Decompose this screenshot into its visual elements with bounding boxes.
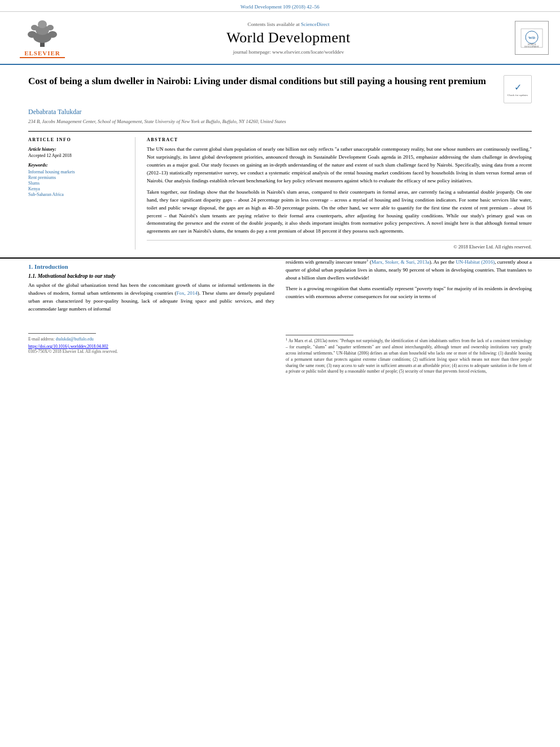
article-info-title: ARTICLE INFO (28, 137, 128, 142)
abstract-col: ABSTRACT The UN notes that the current g… (147, 137, 532, 250)
svg-text:DEVELOPMENT: DEVELOPMENT (524, 46, 540, 48)
footnote1-block: 1 As Marx et al. (2013a) notes: "Perhaps… (286, 338, 532, 375)
unhabitat-link[interactable]: UN-Habitat (2016) (456, 259, 495, 265)
left-paragraphs: An upshot of the global urbanization tre… (28, 282, 274, 313)
svg-point-5 (48, 31, 57, 38)
contents-line: Contents lists available at ScienceDirec… (73, 21, 504, 27)
journal-title: World Development (73, 29, 504, 46)
body-paragraph-right: There is a growing recognition that slum… (286, 285, 532, 301)
copyright-line: © 2018 Elsevier Ltd. All rights reserved… (147, 240, 532, 250)
email-line: E-mail address: dtalukda@buffalo.edu (28, 337, 274, 342)
keyword-item: Informal housing markets (28, 169, 128, 174)
marx-2013-link[interactable]: Marx, Stoker, & Suri, 2013a (371, 259, 430, 265)
article-info: ARTICLE INFO Article history: Accepted 1… (28, 137, 135, 250)
journal-logo-right: WD WORLD DEVELOPMENT (504, 21, 549, 55)
journal-homepage: journal homepage: www.elsevier.com/locat… (73, 49, 504, 55)
journal-header: ELSEVIER Contents lists available at Sci… (0, 12, 560, 65)
svg-point-4 (28, 31, 37, 38)
keyword-item: Rent premiums (28, 175, 128, 180)
journal-center: Contents lists available at ScienceDirec… (73, 21, 504, 55)
abstract-paragraph: Taken together, our findings show that t… (147, 189, 532, 236)
top-bar: World Development 109 (2018) 42–56 (0, 0, 560, 12)
article-history-value: Accepted 12 April 2018 (28, 153, 128, 158)
abstract-paragraphs: The UN notes that the current global slu… (147, 146, 532, 235)
svg-point-3 (38, 20, 47, 28)
elsevier-logo: ELSEVIER (11, 18, 73, 58)
svg-point-6 (31, 25, 38, 30)
wd-badge-icon: WD WORLD DEVELOPMENT (520, 28, 543, 48)
doi-link[interactable]: https://doi.org/10.1016/j.worlddev.2018.… (28, 344, 108, 349)
svg-text:WD: WD (528, 36, 535, 40)
body-two-col: 1. Introduction 1.1. Motivational backdr… (0, 259, 560, 375)
right-paragraphs: residents with generally insecure tenure… (286, 259, 532, 301)
journal-reference: World Development 109 (2018) 42–56 (240, 4, 320, 10)
elsevier-divider (20, 57, 65, 58)
abstract-title: ABSTRACT (147, 137, 532, 142)
body-left: 1. Introduction 1.1. Motivational backdr… (28, 259, 274, 375)
keyword-item: Sub-Saharan Africa (28, 192, 128, 197)
article-title: Cost of being a slum dweller in Nairobi:… (28, 75, 495, 88)
article-history-label: Article history: (28, 147, 128, 152)
fox-2014-link[interactable]: Fox, 2014 (177, 290, 198, 296)
email-link[interactable]: dtalukda@buffalo.edu (56, 337, 94, 342)
section1-heading: 1. Introduction (28, 263, 274, 270)
footnote1-area: 1 As Marx et al. (2013a) notes: "Perhaps… (286, 335, 532, 375)
elsevier-logo-area: ELSEVIER (11, 18, 73, 58)
elsevier-text: ELSEVIER (24, 50, 60, 56)
check-updates-label: Check for updates (508, 94, 528, 97)
keywords-list: Informal housing marketsRent premiumsSlu… (28, 169, 128, 197)
article-info-abstract-row: ARTICLE INFO Article history: Accepted 1… (28, 131, 532, 250)
elsevier-tree-icon (20, 18, 65, 49)
footnote-divider (28, 333, 96, 334)
body-paragraph-left: An upshot of the global urbanization tre… (28, 282, 274, 313)
author-affiliation: 234 B, Jacobs Management Center, School … (28, 119, 532, 124)
body-right: residents with generally insecure tenure… (286, 259, 532, 375)
footnote-area: E-mail address: dtalukda@buffalo.edu htt… (28, 316, 274, 354)
sciencedirect-link[interactable]: ScienceDirect (301, 21, 329, 27)
footnote1-text: As Marx et al. (2013a) notes: "Perhaps n… (286, 338, 532, 374)
article-container: Cost of being a slum dweller in Nairobi:… (0, 65, 560, 250)
author-name: Debabrata Talukdar (28, 108, 532, 116)
doi-line: https://doi.org/10.1016/j.worlddev.2018.… (28, 344, 274, 349)
check-updates-icon: ✓ (514, 82, 522, 93)
article-title-row: Cost of being a slum dweller in Nairobi:… (28, 75, 532, 103)
subsection1-heading: 1.1. Motivational backdrop to our study (28, 273, 274, 279)
footnote1-divider (286, 335, 353, 335)
keyword-item: Slums (28, 181, 128, 186)
wd-badge: WD WORLD DEVELOPMENT (515, 21, 549, 55)
issn-line: 0305-750X/© 2018 Elsevier Ltd. All right… (28, 349, 274, 354)
body-paragraph-right: residents with generally insecure tenure… (286, 259, 532, 282)
svg-point-7 (47, 25, 54, 30)
footnote1-number: 1 (286, 337, 287, 341)
keyword-item: Kenya (28, 186, 128, 191)
keywords-label: Keywords: (28, 163, 128, 168)
abstract-paragraph: The UN notes that the current global slu… (147, 146, 532, 185)
check-updates-badge: ✓ Check for updates (504, 75, 532, 103)
